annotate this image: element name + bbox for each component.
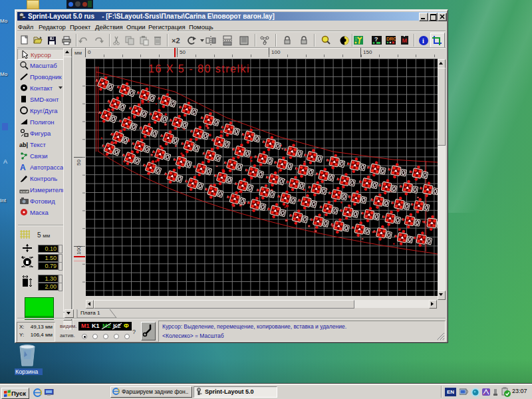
svg-text:×2: ×2 (172, 37, 180, 45)
svg-text:DRC: DRC (386, 37, 396, 41)
svg-text:?: ? (374, 36, 378, 43)
svg-text:ab|: ab| (19, 142, 28, 148)
svg-text:M: M (402, 37, 408, 44)
svg-text:100: 100 (76, 245, 82, 255)
svg-text:A: A (20, 163, 26, 172)
svg-text:50: 50 (76, 160, 82, 166)
svg-text:16 X 5 - 80 strelki: 16 X 5 - 80 strelki (148, 63, 250, 74)
svg-text:i: i (422, 37, 424, 45)
